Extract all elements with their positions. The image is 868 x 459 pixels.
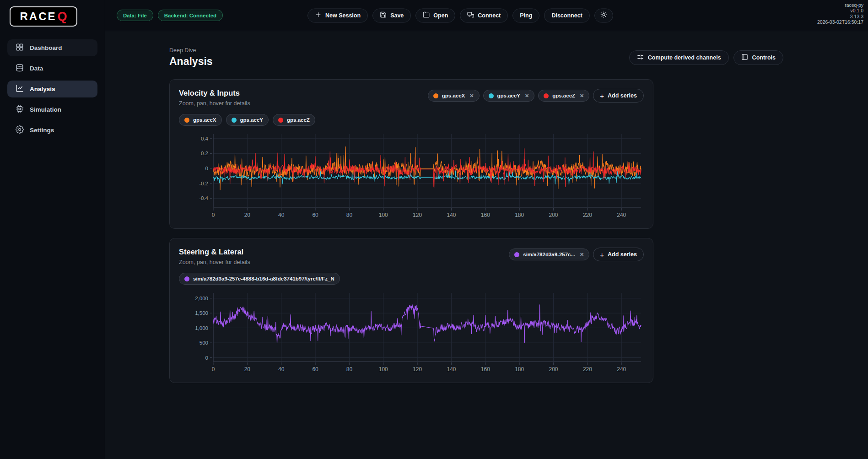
legend-item-gps-accx[interactable]: gps.accX <box>179 114 222 126</box>
gear-icon <box>16 125 24 135</box>
remove-series-icon[interactable]: ✕ <box>580 93 584 99</box>
version-line: v0.1.0 <box>817 8 863 13</box>
legend-item-gps-accy[interactable]: gps.accY <box>226 114 269 126</box>
svg-text:0.2: 0.2 <box>201 151 208 156</box>
connect-button[interactable]: Connect <box>460 8 508 22</box>
page-header: Deep Dive Analysis Compute derived chann… <box>169 47 783 68</box>
series-color-dot <box>544 93 549 98</box>
sidebar-item-data[interactable]: Data <box>7 60 97 77</box>
remove-series-icon[interactable]: ✕ <box>580 252 584 258</box>
card-subtitle: Zoom, pan, hover for details <box>179 100 250 107</box>
svg-text:40: 40 <box>278 366 285 373</box>
series-chip-gps-accy[interactable]: gps.accY ✕ <box>483 90 535 102</box>
sun-icon <box>600 11 607 20</box>
svg-text:100: 100 <box>379 366 388 373</box>
chart-legend: sim/a782d3a9-257c-4888-b16d-a8fde3741b97… <box>179 273 644 285</box>
version-line: raceq-py <box>817 2 863 8</box>
save-button[interactable]: Save <box>372 8 411 22</box>
svg-text:80: 80 <box>346 366 353 373</box>
topbar: Data: File Backend: Connected New Sessio… <box>105 0 868 31</box>
series-color-dot <box>514 252 519 257</box>
svg-text:1,500: 1,500 <box>195 310 208 316</box>
card-subtitle: Zoom, pan, hover for details <box>179 259 250 265</box>
card-title: Steering & Lateral <box>179 248 250 256</box>
plus-icon: + <box>600 92 604 100</box>
svg-text:0: 0 <box>212 366 215 373</box>
controls-button[interactable]: Controls <box>733 50 783 65</box>
steering-lateral-chart[interactable]: 2,0001,5001,0005000020406080100120140160… <box>190 289 644 375</box>
line-chart-icon <box>16 84 24 94</box>
ping-button[interactable]: Ping <box>512 8 539 22</box>
new-session-button[interactable]: New Session <box>307 8 368 22</box>
series-chip-gps-accz[interactable]: gps.accZ ✕ <box>538 90 589 102</box>
app-root: RACEQ Dashboard Data Analysis Simulation… <box>0 0 868 459</box>
chart-legend: gps.accX gps.accY gps.accZ <box>179 114 644 126</box>
page-title: Analysis <box>169 55 213 68</box>
version-line: 3.13.3 <box>817 14 863 19</box>
sidebar-item-simulation[interactable]: Simulation <box>7 101 97 118</box>
series-color-dot <box>184 118 189 123</box>
save-icon <box>380 11 387 20</box>
backend-status-badge: Backend: Connected <box>158 10 223 21</box>
add-series-button[interactable]: + Add series <box>593 89 644 103</box>
svg-text:80: 80 <box>346 212 353 218</box>
open-button[interactable]: Open <box>415 8 455 22</box>
compute-derived-channels-button[interactable]: Compute derived channels <box>629 50 729 65</box>
svg-text:500: 500 <box>199 340 208 346</box>
svg-text:2,000: 2,000 <box>195 296 208 301</box>
sidebar-item-label: Simulation <box>30 106 61 113</box>
sidebar-item-dashboard[interactable]: Dashboard <box>7 39 97 56</box>
remove-series-icon[interactable]: ✕ <box>525 93 529 99</box>
svg-text:0.4: 0.4 <box>201 136 209 141</box>
theme-toggle-button[interactable] <box>594 8 613 22</box>
svg-text:100: 100 <box>379 212 388 218</box>
svg-text:200: 200 <box>549 366 558 373</box>
series-color-dot <box>278 118 283 123</box>
svg-text:220: 220 <box>583 212 592 218</box>
cpu-icon <box>16 105 24 114</box>
main-content: Deep Dive Analysis Compute derived chann… <box>105 31 868 459</box>
series-chipbar: gps.accX ✕ gps.accY ✕ gps.accZ <box>428 89 644 103</box>
database-icon <box>16 64 24 73</box>
svg-text:0: 0 <box>205 355 208 361</box>
plus-icon <box>315 11 322 20</box>
version-info: raceq-py v0.1.0 3.13.3 2026-03-02T16:50:… <box>817 2 863 25</box>
svg-text:120: 120 <box>413 366 422 373</box>
logo-text-race: RACE <box>20 10 56 23</box>
svg-text:60: 60 <box>312 212 318 218</box>
card-velocity-inputs: Velocity & Inputs Zoom, pan, hover for d… <box>169 79 653 229</box>
logo-text-q: Q <box>58 10 67 24</box>
card-title: Velocity & Inputs <box>179 89 250 97</box>
series-chip-sim-fz[interactable]: sim/a782d3a9-257c... ✕ <box>509 248 589 260</box>
legend-item-sim-fz[interactable]: sim/a782d3a9-257c-4888-b16d-a8fde3741b97… <box>179 273 340 285</box>
add-series-button[interactable]: + Add series <box>593 248 644 261</box>
svg-text:240: 240 <box>617 366 626 373</box>
series-chip-gps-accx[interactable]: gps.accX ✕ <box>428 90 480 102</box>
sidebar-item-label: Settings <box>30 127 54 134</box>
disconnect-button[interactable]: Disconnect <box>544 8 589 22</box>
svg-text:120: 120 <box>413 212 422 218</box>
session-toolbar: New Session Save Open Connect Ping <box>307 8 613 22</box>
svg-text:160: 160 <box>481 212 490 218</box>
breadcrumb: Deep Dive <box>169 47 213 54</box>
sidebar-item-label: Data <box>30 65 43 72</box>
legend-item-gps-accz[interactable]: gps.accZ <box>273 114 315 126</box>
plus-icon: + <box>600 251 604 259</box>
sidebar-item-settings[interactable]: Settings <box>7 122 97 139</box>
series-chipbar: sim/a782d3a9-257c... ✕ + Add series <box>509 248 644 261</box>
sidebar-nav: Dashboard Data Analysis Simulation Setti… <box>7 39 97 139</box>
svg-text:180: 180 <box>515 366 524 373</box>
svg-text:60: 60 <box>312 366 318 373</box>
grid-icon <box>16 43 24 53</box>
folder-icon <box>423 11 430 20</box>
series-color-dot <box>184 276 189 281</box>
svg-text:-0.4: -0.4 <box>199 195 208 201</box>
svg-text:20: 20 <box>244 212 251 218</box>
remove-series-icon[interactable]: ✕ <box>469 93 474 99</box>
sidebar-item-analysis[interactable]: Analysis <box>7 81 97 97</box>
page-actions: Compute derived channels Controls <box>629 50 783 65</box>
series-color-dot <box>433 93 438 98</box>
status-badges: Data: File Backend: Connected <box>117 10 223 21</box>
velocity-inputs-chart[interactable]: 0.40.20-0.2-0.40204060801001201401601802… <box>190 130 644 221</box>
sidebar-item-label: Dashboard <box>30 44 62 51</box>
